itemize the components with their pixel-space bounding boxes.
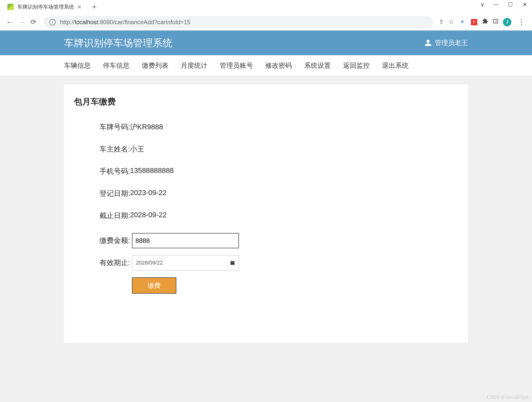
reload-button[interactable]: ⟳ (31, 18, 40, 26)
nav-forward-button[interactable]: → (18, 18, 27, 26)
reg-value: 2023-09-22 (130, 189, 166, 199)
tab-title: 车牌识别停车场管理系统 (17, 3, 74, 10)
browser-menu-icon[interactable]: ⋮ (516, 18, 527, 26)
tab-close-icon[interactable]: × (78, 3, 81, 11)
content-card: 包月车缴费 车牌号码:沪KR9888 车主姓名:小王 手机号码:13588888… (64, 84, 468, 343)
owner-row: 车主姓名:小王 (100, 144, 458, 154)
nav-item-admin-account[interactable]: 管理员账号 (220, 61, 253, 70)
extensions-puzzle-icon[interactable] (482, 18, 488, 26)
app-title: 车牌识别停车场管理系统 (64, 36, 172, 50)
extension-icon-1[interactable] (459, 18, 466, 26)
new-tab-button[interactable]: + (86, 0, 102, 14)
share-icon[interactable]: ⇧ (439, 18, 444, 26)
window-minimize-icon[interactable]: ─ (494, 2, 498, 7)
end-date-row: 截止日期:2028-09-22 (100, 211, 458, 221)
payment-form: 车牌号码:沪KR9888 车主姓名:小王 手机号码:13588888888 登记… (74, 122, 458, 294)
browser-tab-bar: 车牌识别停车场管理系统 × + ∨ ─ ☐ ✕ (0, 0, 532, 14)
window-minimize-dash-icon[interactable]: ∨ (480, 2, 484, 7)
nav-menu: 车辆信息 停车信息 缴费列表 月度统计 管理员账号 修改密码 系统设置 返回监控… (0, 55, 532, 76)
url-path: :8080/car/financeAdd?carInfoId=15 (98, 19, 190, 25)
valid-label: 有效期止: (100, 258, 132, 268)
nav-item-monthly-stats[interactable]: 月度统计 (181, 61, 207, 70)
watermark: CSDN @Java源码jdk (487, 394, 529, 400)
amount-row: 缴费金额: (100, 233, 458, 248)
nav-item-vehicle-info[interactable]: 车辆信息 (64, 61, 91, 70)
svg-rect-4 (231, 262, 235, 265)
app-header: 车牌识别停车场管理系统 管理员老王 (0, 31, 532, 55)
valid-until-input[interactable]: 2028/09/22 (132, 255, 239, 270)
window-maximize-icon[interactable]: ☐ (508, 2, 513, 7)
nav-item-system-settings[interactable]: 系统设置 (304, 61, 331, 70)
bookmark-star-icon[interactable]: ☆ (449, 18, 454, 26)
url-input[interactable]: i http://localhost:8080/car/financeAdd?c… (43, 16, 433, 28)
nav-item-change-password[interactable]: 修改密码 (265, 61, 292, 70)
tab-favicon (7, 4, 14, 10)
url-text: http://localhost:8080/car/financeAdd?car… (60, 19, 190, 26)
owner-value: 小王 (130, 144, 144, 154)
valid-until-value: 2028/09/22 (136, 260, 163, 266)
user-area[interactable]: 管理员老王 (424, 38, 468, 47)
valid-until-row: 有效期止: 2028/09/22 (100, 255, 458, 270)
extension-badge: F (471, 19, 477, 25)
nav-item-return-monitor[interactable]: 返回监控 (343, 61, 370, 70)
page-content: 车牌识别停车场管理系统 管理员老王 车辆信息 停车信息 缴费列表 月度统计 管理… (0, 31, 532, 402)
svg-rect-0 (493, 19, 498, 23)
nav-item-logout[interactable]: 退出系统 (382, 61, 409, 70)
user-icon (424, 39, 432, 47)
url-prefix: http:// (60, 19, 75, 25)
url-host: localhost (75, 19, 98, 25)
amount-label: 缴费金额: (100, 236, 132, 246)
end-label: 截止日期: (100, 211, 130, 221)
site-info-icon[interactable]: i (49, 19, 56, 25)
end-value: 2028-09-22 (130, 211, 166, 221)
window-close-icon[interactable]: ✕ (523, 2, 527, 7)
reg-date-row: 登记日期:2023-09-22 (100, 189, 458, 199)
reg-label: 登记日期: (100, 189, 130, 199)
submit-payment-button[interactable]: 缴费 (132, 277, 176, 294)
owner-label: 车主姓名: (100, 144, 130, 154)
plate-value: 沪KR9888 (130, 122, 163, 132)
plate-label: 车牌号码: (100, 122, 130, 132)
phone-label: 手机号码: (100, 167, 130, 176)
phone-value: 13588888888 (130, 167, 174, 176)
browser-tab[interactable]: 车牌识别停车场管理系统 × (2, 0, 86, 14)
user-label: 管理员老王 (435, 38, 468, 47)
amount-input[interactable] (132, 233, 239, 248)
extension-icon-2[interactable]: F (470, 18, 478, 26)
plate-row: 车牌号码:沪KR9888 (100, 122, 458, 132)
nav-back-button[interactable]: ← (5, 18, 14, 26)
nav-item-payment-list[interactable]: 缴费列表 (142, 61, 168, 70)
address-bar: ← → ⟳ i http://localhost:8080/car/financ… (0, 14, 532, 31)
nav-item-parking-info[interactable]: 停车信息 (103, 61, 130, 70)
calendar-icon (230, 260, 235, 266)
svg-rect-5 (231, 261, 232, 262)
card-title: 包月车缴费 (74, 96, 458, 107)
svg-rect-6 (233, 261, 234, 262)
profile-avatar[interactable]: J (503, 18, 511, 26)
phone-row: 手机号码:13588888888 (100, 167, 458, 176)
side-panel-icon[interactable] (493, 18, 499, 26)
